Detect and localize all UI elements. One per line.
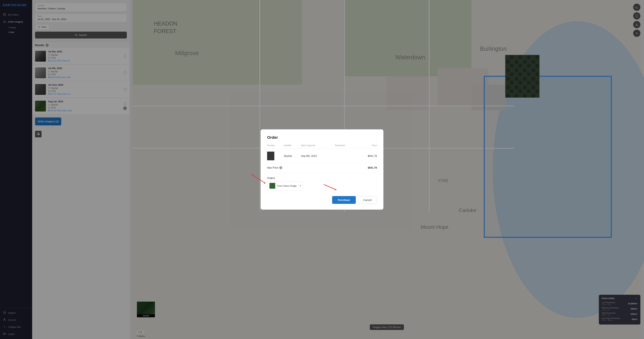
modal-actions: Purchase Cancel — [267, 196, 377, 204]
modal-title: Order — [267, 135, 377, 140]
col-price: Price — [357, 144, 377, 149]
modal-preview-thumb — [267, 152, 274, 160]
modal-output-section: Output True Colour Image — [267, 177, 377, 190]
col-resolution: Resolution — [335, 144, 357, 149]
modal-output-label: Output — [267, 177, 377, 179]
svg-line-67 — [251, 174, 266, 183]
modal-satellite: SkySat — [284, 149, 301, 163]
col-satellite: Satellite — [284, 144, 301, 149]
modal-backdrop[interactable]: Order Preview Satellite Date Captured Re… — [0, 0, 644, 339]
purchase-button[interactable]: Purchase — [332, 196, 356, 204]
modal-item-price: $841.78 — [357, 149, 377, 163]
modal-max-price-text: Max Price — [267, 166, 278, 169]
modal-date-captured: Sep 6th, 2023 — [301, 149, 335, 163]
output-select-value: True Colour Image — [277, 184, 298, 187]
modal-table: Preview Satellite Date Captured Resoluti… — [267, 144, 377, 163]
modal-table-row: SkySat Sep 6th, 2023 $841.78 — [267, 149, 377, 163]
output-chevron-icon: ▾ — [300, 184, 301, 187]
order-modal: Order Preview Satellite Date Captured Re… — [260, 129, 384, 210]
col-date-captured: Date Captured — [301, 144, 335, 149]
modal-output-select[interactable]: True Colour Image ▾ — [267, 181, 303, 190]
svg-rect-60 — [267, 152, 274, 160]
output-thumb — [270, 183, 275, 189]
modal-max-price-value: $841.78 — [368, 166, 377, 169]
modal-max-price-label: Max Price ? — [267, 166, 282, 169]
svg-marker-68 — [264, 182, 266, 184]
cancel-button[interactable]: Cancel — [358, 196, 377, 204]
svg-rect-66 — [270, 183, 275, 189]
modal-max-price-row: Max Price ? $841.78 — [267, 163, 377, 173]
col-preview: Preview — [267, 144, 284, 149]
red-arrow-output — [249, 172, 271, 187]
max-price-help-icon[interactable]: ? — [280, 166, 282, 169]
